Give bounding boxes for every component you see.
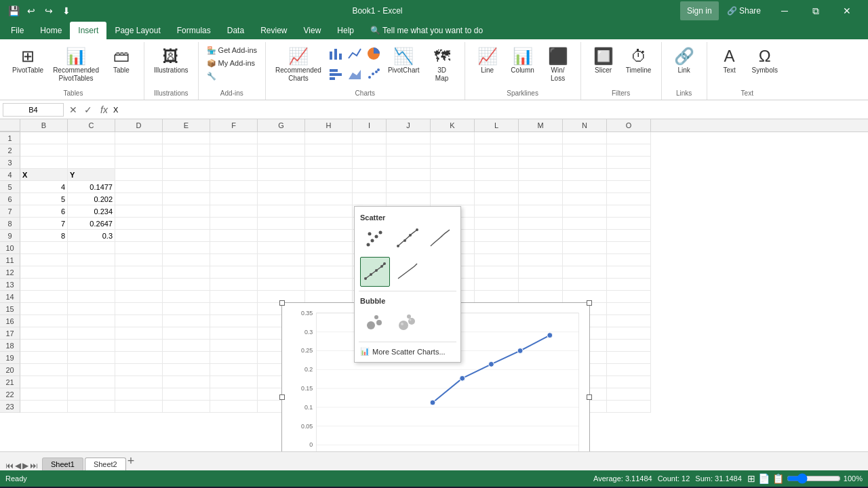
tab-data[interactable]: Data bbox=[219, 22, 252, 39]
cell-h8[interactable] bbox=[305, 218, 353, 230]
cell-h1[interactable] bbox=[305, 132, 353, 144]
tab-page-layout[interactable]: Page Layout bbox=[106, 22, 168, 39]
cell-f1[interactable] bbox=[210, 132, 258, 144]
tab-formulas[interactable]: Formulas bbox=[169, 22, 219, 39]
recommended-charts-button[interactable]: 📈 RecommendedCharts bbox=[271, 45, 326, 85]
cell-g3[interactable] bbox=[258, 157, 305, 169]
formula-input[interactable] bbox=[113, 106, 865, 114]
cell-b7[interactable]: 6 bbox=[20, 205, 68, 218]
cell-g8[interactable] bbox=[258, 218, 305, 230]
sparkline-line-button[interactable]: 📈 Line bbox=[471, 45, 505, 77]
addins-extra-button[interactable]: 🔧 bbox=[204, 70, 260, 82]
col-header-j[interactable]: J bbox=[387, 119, 431, 131]
cell-i1[interactable] bbox=[353, 132, 387, 144]
scatter-straight-lines-button[interactable] bbox=[393, 257, 422, 287]
col-header-f[interactable]: F bbox=[210, 119, 258, 131]
tab-insert[interactable]: Insert bbox=[70, 22, 106, 39]
cell-m8[interactable] bbox=[519, 218, 563, 230]
cell-l4[interactable] bbox=[475, 169, 519, 181]
cell-h9[interactable] bbox=[305, 230, 353, 242]
redo-button[interactable]: ↪ bbox=[41, 3, 57, 19]
col-header-k[interactable]: K bbox=[431, 119, 475, 131]
cell-l9[interactable] bbox=[475, 230, 519, 242]
symbols-button[interactable]: Ω Symbols bbox=[748, 45, 782, 77]
cell-h5[interactable] bbox=[305, 181, 353, 193]
line-chart-button[interactable] bbox=[346, 45, 363, 64]
sheet-nav-last[interactable]: ⏭ bbox=[30, 461, 38, 470]
cell-n8[interactable] bbox=[563, 218, 607, 230]
cell-e5[interactable] bbox=[163, 181, 210, 193]
chart-handle-tr[interactable] bbox=[587, 300, 592, 306]
cell-e9[interactable] bbox=[163, 230, 210, 242]
cell-f5[interactable] bbox=[210, 181, 258, 193]
bar-chart-button[interactable] bbox=[327, 66, 344, 85]
zoom-slider[interactable] bbox=[787, 473, 841, 484]
cell-g2[interactable] bbox=[258, 144, 305, 157]
3d-map-button[interactable]: 🗺 3DMap bbox=[425, 45, 459, 85]
cell-e8[interactable] bbox=[163, 218, 210, 230]
cell-n5[interactable] bbox=[563, 181, 607, 193]
cell-h7[interactable] bbox=[305, 205, 353, 218]
cell-c2[interactable] bbox=[68, 144, 115, 157]
sparkline-column-button[interactable]: 📊 Column bbox=[506, 45, 540, 77]
pivot-table-button[interactable]: ⊞ PivotTable bbox=[8, 45, 47, 77]
cell-j4[interactable] bbox=[387, 169, 431, 181]
more-scatter-charts-link[interactable]: 📊 More Scatter Charts... bbox=[359, 345, 456, 358]
cell-d3[interactable] bbox=[115, 157, 163, 169]
cell-d5[interactable] bbox=[115, 181, 163, 193]
cell-e6[interactable] bbox=[163, 193, 210, 205]
cell-m1[interactable] bbox=[519, 132, 563, 144]
scatter-chart-button[interactable] bbox=[365, 66, 382, 85]
area-chart-button[interactable] bbox=[346, 66, 363, 85]
tab-help[interactable]: Help bbox=[329, 22, 362, 39]
cell-j2[interactable] bbox=[387, 144, 431, 157]
customize-qa-button[interactable]: ⬇ bbox=[58, 3, 75, 19]
col-header-c[interactable]: C bbox=[68, 119, 115, 131]
cell-j5[interactable] bbox=[387, 181, 431, 193]
name-box[interactable] bbox=[3, 103, 64, 117]
cell-d8[interactable] bbox=[115, 218, 163, 230]
normal-view-button[interactable]: ⊞ bbox=[747, 473, 755, 484]
cancel-formula-button[interactable]: ✕ bbox=[66, 103, 80, 117]
cell-b9[interactable]: 8 bbox=[20, 230, 68, 242]
sheet-nav-next[interactable]: ▶ bbox=[22, 461, 28, 470]
cell-k4[interactable] bbox=[431, 169, 475, 181]
cell-m5[interactable] bbox=[519, 181, 563, 193]
cell-l7[interactable] bbox=[475, 205, 519, 218]
cell-i4[interactable] bbox=[353, 169, 387, 181]
cell-d9[interactable] bbox=[115, 230, 163, 242]
bubble-button[interactable] bbox=[360, 308, 390, 338]
cell-f4[interactable] bbox=[210, 169, 258, 181]
cell-n9[interactable] bbox=[563, 230, 607, 242]
cell-e3[interactable] bbox=[163, 157, 210, 169]
cell-c1[interactable] bbox=[68, 132, 115, 144]
cell-b4[interactable]: X bbox=[20, 169, 68, 181]
signin-button[interactable]: Sign in bbox=[680, 1, 719, 20]
scatter-straight-lines-markers-button[interactable] bbox=[360, 257, 390, 287]
sheet-tab-sheet1[interactable]: Sheet1 bbox=[42, 458, 83, 470]
cell-o6[interactable] bbox=[607, 193, 651, 205]
sparkline-winloss-button[interactable]: ⬛ Win/Loss bbox=[541, 45, 575, 85]
scatter-only-button[interactable] bbox=[360, 224, 390, 254]
cell-m3[interactable] bbox=[519, 157, 563, 169]
cell-k1[interactable] bbox=[431, 132, 475, 144]
scatter-smooth-lines-button[interactable] bbox=[425, 224, 455, 254]
cell-c8[interactable]: 0.2647 bbox=[68, 218, 115, 230]
col-header-b[interactable]: B bbox=[20, 119, 68, 131]
text-button[interactable]: A Text bbox=[713, 45, 747, 77]
get-addins-button[interactable]: 🏪 Get Add-ins bbox=[204, 45, 260, 56]
cell-l8[interactable] bbox=[475, 218, 519, 230]
illustrations-button[interactable]: 🖼 Illustrations bbox=[150, 45, 193, 77]
cell-h4[interactable] bbox=[305, 169, 353, 181]
cell-k5[interactable] bbox=[431, 181, 475, 193]
confirm-formula-button[interactable]: ✓ bbox=[81, 103, 95, 117]
cell-d1[interactable] bbox=[115, 132, 163, 144]
restore-button[interactable]: ⧉ bbox=[800, 0, 831, 22]
cell-h2[interactable] bbox=[305, 144, 353, 157]
cell-n4[interactable] bbox=[563, 169, 607, 181]
cell-g5[interactable] bbox=[258, 181, 305, 193]
tab-home[interactable]: Home bbox=[32, 22, 70, 39]
cell-b3[interactable] bbox=[20, 157, 68, 169]
tab-file[interactable]: File bbox=[3, 22, 32, 39]
tab-review[interactable]: Review bbox=[252, 22, 295, 39]
